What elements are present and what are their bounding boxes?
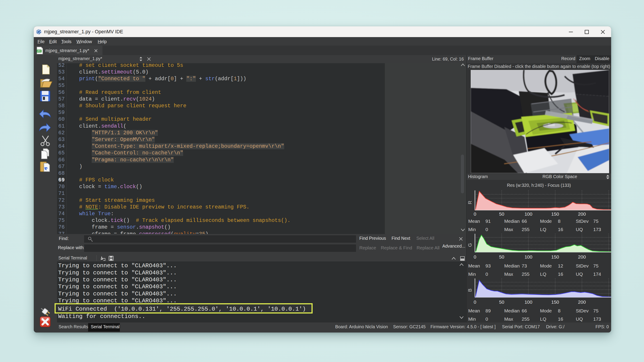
svg-text:PY: PY	[38, 50, 41, 52]
